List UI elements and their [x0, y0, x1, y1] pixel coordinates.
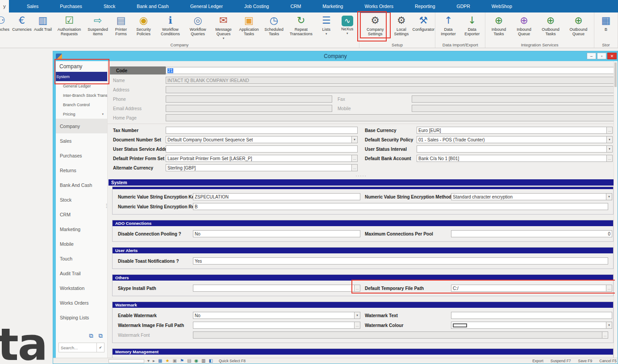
ribbon-button-repeat-transactions[interactable]: ↻Repeat Transactions: [287, 13, 315, 37]
ellipsis-button[interactable]: …: [607, 127, 613, 134]
ribbon-button-inbound-queue[interactable]: ⊕Inbound Queue: [512, 13, 536, 37]
ribbon-tab-crm[interactable]: CRM: [280, 0, 312, 12]
code-input[interactable]: 21: [166, 67, 614, 74]
ribbon-button-inbound-tasks[interactable]: ⊕Inbound Tasks: [487, 13, 510, 37]
field-default-security-policy[interactable]: 01 - Sales - POS (Trade Counter): [417, 136, 607, 143]
ribbon-button-message-queues[interactable]: ✉Message Queues▾: [211, 13, 235, 41]
field-tax-number[interactable]: [166, 127, 358, 134]
sidebar-splitter[interactable]: ⋮: [104, 203, 109, 209]
ribbon-button-authorisation-requests[interactable]: ☑Authorisation Requests: [54, 13, 84, 37]
field-fax[interactable]: [412, 95, 614, 103]
statusbar-icon-4[interactable]: ▣: [172, 359, 176, 363]
field-mobile[interactable]: [412, 105, 614, 112]
field-email-address[interactable]: [166, 105, 332, 112]
sidebar-section-crm[interactable]: CRM: [56, 207, 107, 222]
ribbon-tab-purchases[interactable]: Purchases: [49, 0, 93, 12]
field-alternate-currency[interactable]: Sterling [GBP]: [166, 164, 352, 171]
ribbon-button-nexus[interactable]: ∿NeXus▾: [338, 13, 357, 36]
sidebar-section-mobile[interactable]: Mobile: [56, 236, 107, 251]
dropdown-button[interactable]: ▾: [607, 136, 613, 143]
ribbon-button-lists[interactable]: ☰Lists▾: [317, 13, 336, 37]
statusbar-button-export[interactable]: Export: [532, 359, 543, 363]
field-watermark-image-file-full-path[interactable]: [193, 322, 355, 329]
ribbon-tab-works-orders[interactable]: Works Orders: [354, 0, 404, 12]
ribbon-tab-gdpr[interactable]: GDPR: [446, 0, 481, 12]
field-phone[interactable]: [166, 95, 332, 103]
sidebar-section-purchases[interactable]: Purchases: [56, 148, 107, 163]
field-default-printer-form-set[interactable]: Laser Portrait Printer Form Set [LASER_P…: [166, 155, 352, 162]
field-enable-watermark[interactable]: No: [193, 312, 355, 319]
ribbon-tab-general-ledger[interactable]: General Ledger: [180, 0, 234, 12]
statusbar-icon-5[interactable]: ⚑: [180, 359, 184, 363]
ribbon-button-security-policies[interactable]: ◉Security Policies: [132, 13, 155, 37]
ellipsis-button[interactable]: …: [352, 164, 358, 171]
ribbon-tab-reporting[interactable]: Reporting: [404, 0, 446, 12]
ribbon-button-company-settings[interactable]: ⚙Company Settings: [361, 13, 389, 37]
sidebar-section-workstation[interactable]: Workstation: [56, 281, 107, 295]
field-user-status-interval[interactable]: [417, 145, 607, 153]
statusbar-button-save-f9[interactable]: Save F9: [578, 359, 593, 363]
cascade-windows-icon[interactable]: ⧉: [89, 332, 93, 339]
field-name[interactable]: INTACT IQ BLANK COMPANY IRELAND: [166, 77, 614, 84]
field-base-currency[interactable]: Euro [EUR]: [417, 127, 607, 134]
statusbar-icon-2[interactable]: ▦: [158, 359, 162, 363]
field-home-page[interactable]: [166, 114, 614, 121]
ribbon-active-tab-partial[interactable]: y: [0, 0, 9, 12]
ellipsis-button[interactable]: …: [606, 285, 612, 292]
ribbon-button-outbound-tasks[interactable]: ⊕Outbound Tasks: [538, 13, 564, 37]
ribbon-button-workflow-queries[interactable]: ◎Workflow Queries: [186, 13, 210, 37]
sidebar-item-pricing[interactable]: Pricing▾: [56, 109, 107, 119]
sidebar-section-marketing[interactable]: Marketing: [56, 222, 107, 236]
ribbon-button-scheduled-tasks[interactable]: ◷Scheduled Tasks: [262, 13, 285, 37]
ellipsis-button[interactable]: …: [602, 331, 608, 339]
sidebar-section-shipping-lists[interactable]: Shipping Lists: [56, 310, 107, 325]
search-input[interactable]: [59, 343, 96, 352]
quick-filter-box[interactable]: [109, 359, 144, 363]
ribbon-button-outbound-queue[interactable]: ⊕Outbound Queue: [565, 13, 592, 37]
sidebar-section-touch[interactable]: Touch: [56, 251, 107, 266]
ellipsis-button[interactable]: …: [607, 155, 613, 162]
field-skype-install-path[interactable]: [193, 285, 355, 292]
sidebar-item-general-ledger[interactable]: General Ledger: [56, 81, 107, 91]
ribbon-button-b[interactable]: ▦B: [596, 13, 616, 33]
ribbon-button-data-importer[interactable]: ↑Data Importer: [437, 13, 459, 37]
field-watermark-text[interactable]: [451, 312, 612, 319]
sidebar-section-sales[interactable]: Sales: [56, 133, 107, 148]
statusbar-icon-7[interactable]: ◉: [194, 359, 198, 363]
sidebar-section-audit-trail[interactable]: Audit Trail: [56, 266, 107, 281]
ellipsis-button[interactable]: …: [352, 155, 358, 162]
dropdown-button[interactable]: ▾: [606, 193, 612, 200]
minimize-button[interactable]: –: [587, 53, 596, 59]
ribbon-button-data-exporter[interactable]: ↓Data Exporter: [461, 13, 483, 37]
field-default-temporary-file-path[interactable]: C:/: [451, 285, 606, 292]
maximize-button[interactable]: ▫: [597, 53, 606, 59]
ribbon-button-printer-forms[interactable]: ▤Printer Forms: [111, 13, 131, 37]
close-button[interactable]: ✕: [607, 53, 617, 59]
field-disable-toast-notifications[interactable]: Yes: [193, 257, 608, 265]
sidebar-section-returns[interactable]: Returns: [56, 163, 107, 178]
tile-windows-icon[interactable]: ⧉: [99, 332, 103, 339]
statusbar-icon-3[interactable]: ★: [166, 359, 170, 363]
sidebar-section-works-orders[interactable]: Works Orders: [56, 295, 107, 310]
ribbon-button-local-settings[interactable]: ⚙Local Settings: [391, 13, 413, 37]
search-confirm-button[interactable]: ✔: [96, 343, 104, 352]
ribbon-tab-stock[interactable]: Stock: [93, 0, 126, 12]
field-document-number-set[interactable]: Default Company Document Sequence Set: [166, 136, 352, 143]
dropdown-button[interactable]: ▾: [607, 145, 613, 153]
statusbar-button-suspend-f7[interactable]: Suspend F7: [551, 359, 571, 363]
statusbar-icon-8[interactable]: ▥: [201, 359, 205, 363]
ellipsis-button[interactable]: …: [355, 322, 360, 329]
field-user-status-service-address[interactable]: [166, 145, 358, 153]
vertical-scrollbar[interactable]: [614, 61, 617, 357]
field-maximum-connections-per-pool[interactable]: 0: [451, 230, 612, 237]
ribbon-button-suspended-items[interactable]: ⇨Suspended Items: [86, 13, 110, 37]
statusbar-button-cancel-f5[interactable]: Cancel F5: [599, 359, 617, 363]
dropdown-button[interactable]: ▾: [352, 136, 358, 143]
sidebar-section-stock[interactable]: Stock: [56, 192, 107, 207]
ribbon-tab-webshop[interactable]: WebShop: [481, 0, 523, 12]
ribbon-button-audit-trail[interactable]: ▥Audit Trail: [33, 13, 53, 33]
ribbon-button-branches[interactable]: ⚇Branches: [0, 13, 11, 33]
scrollbar-thumb[interactable]: [614, 62, 617, 87]
dropdown-button[interactable]: ▾: [355, 312, 360, 319]
ribbon-button-application-tasks[interactable]: ▣Application Tasks: [237, 13, 261, 37]
